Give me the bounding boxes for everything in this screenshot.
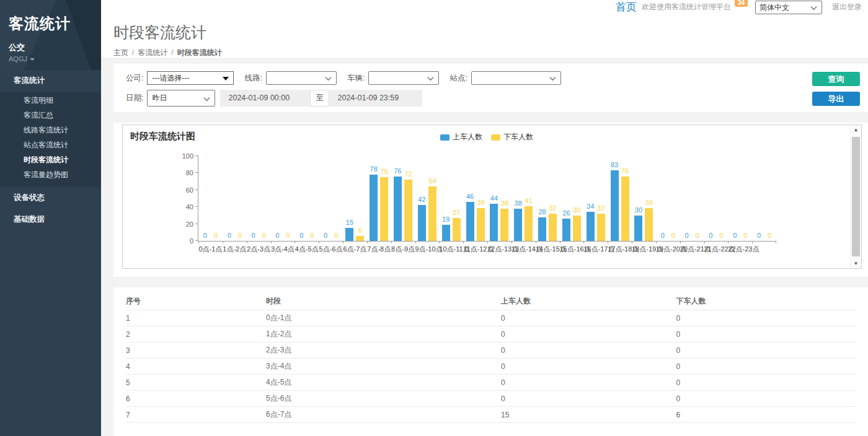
date-to-input[interactable]: 2024-01-09 23:59: [329, 90, 422, 107]
bar-value-label: 0: [685, 232, 689, 239]
bar-slot: 38: [514, 156, 522, 241]
x-axis-tick: [536, 241, 536, 243]
sidebar-item-passenger-stats[interactable]: 客流统计: [0, 70, 101, 92]
bar-value-label: 76: [394, 168, 401, 175]
breadcrumb-item[interactable]: 主页: [113, 48, 128, 57]
bar-value-label: 83: [611, 162, 618, 168]
chart-legend: 上车人数下车人数: [123, 132, 851, 142]
bar-value-label: 0: [238, 232, 242, 239]
bar-value-label: 44: [490, 195, 498, 202]
query-button[interactable]: 查询: [812, 72, 860, 86]
sidebar-subitem[interactable]: 客流明细: [0, 93, 101, 108]
bar-slot: 75: [380, 156, 388, 241]
line-select[interactable]: [266, 71, 337, 85]
table-cell: 7: [126, 407, 266, 423]
bar-group: 00: [704, 156, 728, 241]
sidebar-subitem[interactable]: 客流量趋势图: [0, 167, 101, 182]
bar-value-label: 0: [252, 232, 255, 239]
bar: [370, 175, 378, 241]
breadcrumb-item[interactable]: 客流统计: [138, 48, 167, 57]
bar-group: 1927: [439, 156, 463, 241]
table-panel: 序号时段上车人数下车人数 10点-1点0021点-2点0032点-3点0043点…: [113, 287, 868, 436]
bar-slot: 27: [453, 156, 461, 241]
table-cell: 0: [676, 391, 856, 407]
bar-slot: 44: [490, 156, 498, 241]
chart-plot: 020406080100000点-1点001点-2点002点-3点003点-4点…: [198, 156, 776, 242]
table-column-header: 下车人数: [676, 292, 856, 310]
home-link[interactable]: 首页: [616, 0, 637, 14]
sidebar-subitem[interactable]: 站点客流统计: [0, 137, 101, 152]
x-axis-tick: [271, 241, 272, 243]
y-axis-label: 60: [172, 186, 193, 194]
user-name: AQGJ: [9, 55, 27, 63]
chevron-down-icon: [428, 74, 434, 81]
bar-slot: 6: [356, 156, 364, 241]
table-cell: 0: [501, 391, 676, 407]
bar-group: 00: [319, 156, 343, 241]
breadcrumb-item[interactable]: 时段客流统计: [177, 48, 222, 57]
bar-value-label: 0: [203, 232, 207, 239]
station-select[interactable]: [471, 71, 561, 85]
sidebar-subitem[interactable]: 线路客流统计: [0, 123, 101, 137]
sidebar-item[interactable]: 基础数据: [0, 209, 101, 230]
bar-value-label: 0: [757, 232, 761, 239]
sidebar-subitem[interactable]: 客流汇总: [0, 108, 101, 123]
bar-group: 00: [223, 156, 247, 241]
bar-group: 00: [656, 156, 680, 241]
topbar: 首页 欢迎使用客流统计管理平台 34 简体中文 退出登录: [101, 0, 868, 14]
table-cell: 15: [501, 407, 676, 423]
bar-slot: 32: [549, 156, 557, 241]
bar-value-label: 30: [573, 207, 580, 214]
bar-group: 4264: [415, 156, 440, 241]
legend-item[interactable]: 上车人数: [440, 132, 482, 142]
bar-value-label: 39: [477, 199, 484, 206]
bar-value-label: 0: [733, 232, 737, 239]
vehicle-select[interactable]: [368, 71, 439, 85]
table-cell: 6: [676, 407, 856, 423]
x-axis-label: 21点-22点: [704, 245, 728, 254]
table-row: 76点-7点156: [126, 407, 856, 423]
bar-slot: 64: [428, 156, 436, 241]
user-dropdown[interactable]: AQGJ: [0, 53, 101, 63]
x-axis-tick: [319, 241, 319, 243]
bar-group: 7672: [391, 156, 415, 241]
bar-slot: 83: [611, 156, 619, 241]
sidebar-item[interactable]: 设备状态: [0, 187, 101, 209]
scrollbar-down-arrow[interactable]: ▼: [851, 259, 861, 268]
x-axis-label: 20点-21点: [680, 245, 704, 254]
date-from-input[interactable]: 2024-01-09 00:00: [220, 90, 310, 107]
bar-slot: 26: [562, 156, 570, 241]
bar-value-label: 0: [214, 232, 218, 239]
scrollbar-thumb[interactable]: [852, 137, 860, 256]
bar-group: 3432: [583, 156, 608, 241]
date-preset-select[interactable]: 昨日: [147, 90, 215, 107]
bar-slot: 46: [466, 156, 474, 241]
table-cell: 0: [501, 326, 676, 342]
company-select[interactable]: ---请选择---: [147, 71, 234, 85]
x-axis-tick: [343, 241, 343, 243]
bar-slot: 78: [370, 156, 378, 241]
sidebar-subitem[interactable]: 时段客流统计: [0, 152, 101, 167]
legend-item[interactable]: 下车人数: [491, 132, 533, 142]
bar-value-label: 0: [324, 232, 327, 239]
x-axis-tick: [608, 241, 608, 243]
bar-value-label: 0: [310, 232, 314, 239]
bar-slot: 30: [573, 156, 581, 241]
legend-marker: [491, 134, 500, 141]
language-select[interactable]: 简体中文: [755, 1, 822, 14]
app: 客流统计 公交 AQGJ 客流统计 客流明细客流汇总线路客流统计站点客流统计时段…: [0, 0, 868, 436]
bar-value-label: 72: [404, 171, 412, 178]
company-label: 公司:: [126, 73, 143, 84]
bar-slot: 39: [477, 156, 485, 241]
table-cell: 3: [126, 342, 266, 359]
table-row: 10点-1点00: [126, 310, 856, 326]
export-button[interactable]: 导出: [812, 92, 860, 106]
bar-group: 00: [198, 156, 223, 241]
scrollbar-up-arrow[interactable]: ▲: [851, 125, 861, 134]
chevron-down-icon: [549, 74, 556, 81]
table-cell: 5: [126, 375, 266, 391]
logout-link[interactable]: 退出登录: [832, 2, 862, 12]
legend-label: 上车人数: [453, 132, 482, 142]
x-axis-tick: [776, 241, 776, 243]
bar-value-label: 0: [671, 232, 675, 239]
